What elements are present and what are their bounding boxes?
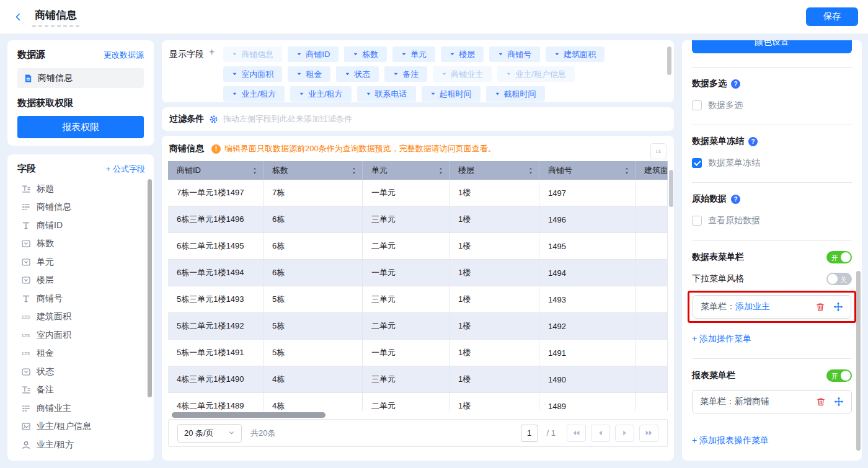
datasource-item[interactable]: 商铺信息 bbox=[17, 68, 144, 88]
menu-item-name[interactable]: 添加业主 bbox=[735, 301, 770, 312]
multi-select-checkbox[interactable] bbox=[692, 100, 702, 110]
sort-carets-icon[interactable] bbox=[528, 167, 534, 175]
column-header[interactable]: 栋数 bbox=[264, 161, 363, 180]
delete-icon[interactable] bbox=[815, 302, 825, 312]
menu-freeze-section: 数据菜单冻结 ? 数据菜单冻结 bbox=[692, 125, 852, 182]
field-item[interactable]: 商铺ID bbox=[17, 216, 145, 235]
current-page-input[interactable]: 1 bbox=[521, 425, 538, 442]
display-field-tag[interactable]: 栋数 bbox=[344, 46, 387, 62]
display-field-tag[interactable]: 商铺业主 bbox=[433, 66, 492, 82]
add-display-field-button[interactable]: + bbox=[209, 46, 215, 58]
move-icon[interactable] bbox=[834, 397, 844, 407]
display-field-tag[interactable]: 室内面积 bbox=[223, 66, 282, 82]
menu-item-name[interactable]: 新增商铺 bbox=[735, 396, 769, 407]
dropdown-style-label: 下拉菜单风格 bbox=[692, 273, 744, 285]
add-action-menu-link[interactable]: + 添加操作菜单 bbox=[692, 333, 751, 345]
last-page-button[interactable] bbox=[639, 425, 658, 442]
table-row[interactable]: 5栋一单元1楼14915栋一单元1楼1491 bbox=[168, 340, 668, 366]
color-settings-button[interactable]: 颜色设置 bbox=[692, 40, 852, 53]
table-row[interactable]: 4栋二单元1楼14894栋二单元1楼1489 bbox=[168, 393, 668, 411]
table-row[interactable]: 7栋一单元1楼14977栋一单元1楼1497 bbox=[168, 180, 668, 206]
next-page-button[interactable] bbox=[615, 425, 634, 442]
table-row[interactable]: 6栋一单元1楼14946栋一单元1楼1494 bbox=[168, 260, 668, 286]
horizontal-scrollbar-thumb[interactable] bbox=[172, 412, 326, 418]
display-field-tag[interactable]: 单元 bbox=[392, 46, 435, 62]
back-button[interactable] bbox=[10, 9, 26, 25]
field-item[interactable]: 商铺号 bbox=[17, 289, 145, 308]
filter-settings-gear-icon[interactable] bbox=[209, 115, 218, 124]
display-field-tag[interactable]: 状态 bbox=[336, 66, 379, 82]
save-button[interactable]: 保存 bbox=[806, 7, 858, 26]
settings-scrollbar-thumb[interactable] bbox=[856, 271, 861, 451]
table-row[interactable]: 6栋三单元1楼14966栋三单元1楼1496 bbox=[168, 206, 668, 233]
sort-carets-icon[interactable] bbox=[438, 167, 444, 175]
field-item[interactable]: 业主/租户信息 bbox=[17, 418, 145, 436]
multi-select-checkbox-row[interactable]: 数据多选 bbox=[692, 100, 852, 111]
sort-order-button[interactable] bbox=[650, 143, 666, 159]
report-menu-toggle[interactable]: 开 bbox=[826, 369, 852, 382]
sort-carets-icon[interactable] bbox=[624, 167, 630, 175]
page-size-select[interactable]: 20 条/页 bbox=[177, 424, 242, 443]
field-item[interactable]: 状态 bbox=[17, 363, 145, 381]
display-field-tag[interactable]: 联系电话 bbox=[357, 86, 416, 102]
display-field-tag[interactable]: 商铺信息 bbox=[223, 46, 282, 62]
change-datasource-link[interactable]: 更改数据源 bbox=[104, 50, 144, 61]
field-item[interactable]: 室内面积 bbox=[17, 326, 145, 345]
table-menu-toggle[interactable]: 开 bbox=[826, 251, 852, 263]
display-field-tag[interactable]: 业主/租方 bbox=[223, 86, 285, 102]
page-title[interactable]: 商铺信息 bbox=[32, 7, 79, 27]
field-item[interactable]: 楼层 bbox=[17, 272, 145, 290]
column-header[interactable]: 单元 bbox=[363, 161, 450, 180]
delete-icon[interactable] bbox=[816, 397, 826, 407]
field-item[interactable]: 备注 bbox=[17, 381, 145, 400]
display-field-tag[interactable]: 商铺ID bbox=[288, 46, 339, 62]
field-item[interactable]: 租金 bbox=[17, 345, 145, 363]
dropdown-style-toggle[interactable]: 关 bbox=[826, 273, 852, 285]
display-fields-scrollbar-thumb[interactable] bbox=[667, 46, 671, 75]
display-field-tag[interactable]: 商铺号 bbox=[489, 46, 540, 62]
display-field-tag[interactable]: 备注 bbox=[384, 66, 427, 82]
table-row[interactable]: 5栋三单元1楼14935栋三单元1楼1493 bbox=[168, 286, 668, 313]
field-item[interactable]: 标题 bbox=[17, 180, 145, 198]
field-item[interactable]: 栋数 bbox=[17, 235, 145, 254]
fields-scrollbar-thumb[interactable] bbox=[148, 179, 152, 397]
display-field-tag[interactable]: 起租时间 bbox=[422, 86, 480, 102]
field-item[interactable]: 建筑面积 bbox=[17, 308, 145, 327]
raw-data-checkbox-row[interactable]: 查看原始数据 bbox=[692, 215, 852, 226]
add-formula-field-link[interactable]: + 公式字段 bbox=[106, 164, 145, 175]
prev-page-button[interactable] bbox=[591, 425, 610, 442]
menu-freeze-checkbox-row[interactable]: 数据菜单冻结 bbox=[692, 157, 852, 169]
sort-carets-icon[interactable] bbox=[351, 167, 357, 175]
help-icon[interactable]: ? bbox=[731, 79, 740, 89]
add-report-action-menu-link[interactable]: + 添加报表操作菜单 bbox=[692, 435, 769, 446]
help-icon[interactable]: ? bbox=[731, 195, 740, 204]
column-header[interactable]: 商铺ID bbox=[168, 161, 264, 180]
help-icon[interactable]: ? bbox=[748, 137, 758, 146]
display-field-tag[interactable]: 建筑面积 bbox=[546, 46, 604, 62]
field-item[interactable]: 单元 bbox=[17, 253, 145, 272]
display-field-tag[interactable]: 业主/租方 bbox=[290, 86, 352, 102]
field-item[interactable]: 商铺信息 bbox=[17, 198, 145, 217]
column-header[interactable]: 商铺号 bbox=[539, 161, 636, 180]
report-permission-button[interactable]: 报表权限 bbox=[17, 116, 144, 138]
field-item[interactable]: 业主/租方 bbox=[17, 436, 145, 454]
display-field-tag[interactable]: 业主/租户信息 bbox=[497, 66, 575, 82]
sort-carets-icon[interactable] bbox=[252, 167, 258, 175]
move-icon[interactable] bbox=[833, 302, 843, 312]
filter-placeholder[interactable]: 拖动左侧字段到此处来添加过滤条件 bbox=[223, 113, 352, 125]
table-scrollbar-thumb[interactable] bbox=[669, 170, 673, 207]
table-row[interactable]: 5栋二单元1楼14925栋二单元1楼1492 bbox=[168, 313, 668, 340]
display-field-tag[interactable]: 楼层 bbox=[441, 46, 484, 62]
display-field-tag[interactable]: 租金 bbox=[288, 66, 330, 82]
display-field-tag[interactable]: 截租时间 bbox=[486, 86, 545, 102]
first-page-button[interactable] bbox=[567, 425, 586, 442]
table-row[interactable]: 4栋三单元1楼14904栋三单元1楼1490 bbox=[168, 366, 668, 393]
raw-data-checkbox[interactable] bbox=[692, 216, 702, 226]
field-item[interactable]: 商铺业主 bbox=[17, 399, 145, 418]
table-row[interactable]: 6栋二单元1楼14956栋二单元1楼1495 bbox=[168, 233, 668, 260]
next-page-icon bbox=[621, 429, 629, 437]
column-header[interactable]: 楼层 bbox=[450, 161, 539, 180]
menu-freeze-checkbox[interactable] bbox=[692, 158, 702, 168]
column-header[interactable]: 建筑面积 bbox=[636, 161, 668, 180]
caret-down-icon bbox=[498, 51, 503, 57]
